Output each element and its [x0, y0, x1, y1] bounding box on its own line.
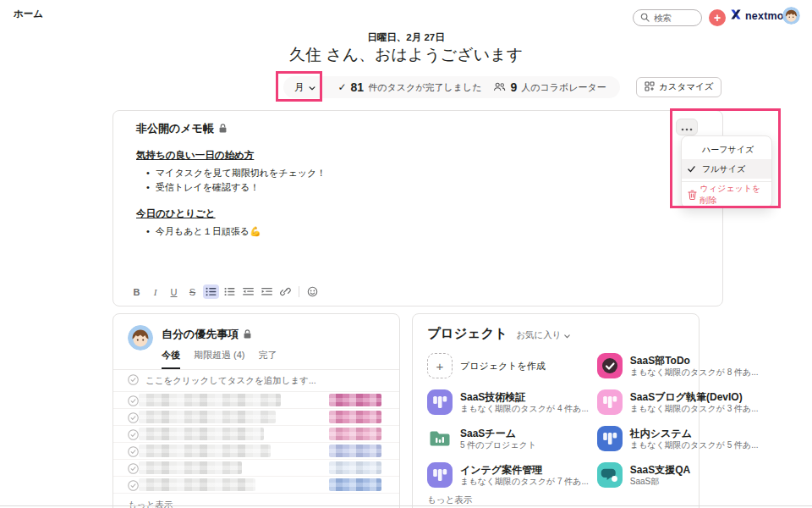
- projects-filter-dropdown[interactable]: お気に入り: [516, 329, 570, 341]
- project-desc: まもなく期限のタスクが 8 件あ...: [630, 367, 759, 378]
- priorities-tabs: 今後期限超過 (4)完了: [162, 349, 277, 369]
- project-texts: SaaS支援QASaaS部: [630, 464, 690, 487]
- create-button[interactable]: +: [709, 9, 726, 26]
- period-dropdown[interactable]: 月: [283, 76, 326, 98]
- project-board-icon: [597, 389, 623, 415]
- underline-icon[interactable]: U: [166, 284, 182, 299]
- note-bullet-item: マイタスクを見て期限切れをチェック！: [146, 166, 699, 180]
- search-icon: [640, 10, 650, 25]
- widget-options-button[interactable]: [676, 119, 698, 135]
- note-bullet-item: 今月もあと１日頑張る💪: [146, 224, 699, 239]
- plus-icon: +: [427, 353, 453, 378]
- blurred-task-name: [139, 461, 242, 474]
- blurred-task-tag: [329, 394, 381, 406]
- blurred-task-row[interactable]: [113, 392, 399, 409]
- projects-title: プロジェクト: [427, 325, 508, 343]
- menu-item-delete-widget[interactable]: ウィジェットを削除: [682, 185, 771, 204]
- project-name: 社内システム: [630, 428, 759, 439]
- avatar: [128, 325, 153, 351]
- note-bullet-text: 今月もあと１日頑張る💪: [156, 224, 261, 239]
- top-bar: ホーム + nextmode: [0, 0, 812, 29]
- create-project-button[interactable]: + プロジェクトを作成: [427, 353, 589, 378]
- note-bullet-item: 受信トレイを確認する！: [146, 180, 699, 195]
- project-item[interactable]: SaaSチーム5 件のプロジェクト: [427, 426, 589, 451]
- tab-completed[interactable]: 完了: [259, 349, 277, 369]
- project-texts: SaaS技術検証まもなく期限のタスクが 4 件あ...: [460, 391, 589, 414]
- blurred-task-name: [139, 411, 276, 423]
- bulleted-list-icon[interactable]: [203, 284, 219, 299]
- greeting-title: 久住 さん、おはようございます: [0, 44, 812, 66]
- add-task-placeholder: ここをクリックしてタスクを追加します...: [145, 375, 316, 387]
- circle-check-icon[interactable]: [128, 395, 139, 410]
- add-task-row[interactable]: ここをクリックしてタスクを追加します...: [113, 370, 399, 392]
- note-heading: 今日のひとりごと: [136, 207, 699, 220]
- trash-icon: [688, 190, 700, 200]
- blurred-task-row[interactable]: [113, 443, 399, 460]
- blurred-task-row[interactable]: [113, 409, 399, 426]
- viewport-bottom-edge: [0, 505, 812, 506]
- strikethrough-icon[interactable]: S: [184, 284, 200, 299]
- private-notepad-widget: 非公開のメモ帳 気持ちの良い一日の始め方マイタスクを見て期限切れをチェック！受信…: [112, 110, 723, 306]
- menu-item-label: フルサイズ: [702, 163, 745, 175]
- project-texts: インテグ案件管理まもなく期限のタスクが 7 件あ...: [460, 464, 589, 487]
- project-item[interactable]: SaaS支援QASaaS部: [597, 462, 759, 488]
- blurred-task-name: [139, 478, 255, 491]
- blurred-task-name: [139, 428, 264, 440]
- project-folder-icon: [427, 426, 453, 451]
- project-item[interactable]: SaaS技術検証まもなく期限のタスクが 4 件あ...: [427, 389, 589, 415]
- emoji-icon[interactable]: [304, 284, 321, 299]
- menu-item-full-size[interactable]: フルサイズ: [682, 159, 771, 179]
- check-icon: [688, 166, 702, 173]
- project-name: SaaSブログ執筆(DevIO): [630, 391, 759, 403]
- projects-show-more[interactable]: もっと表示: [427, 494, 472, 506]
- outdent-icon[interactable]: [240, 284, 256, 299]
- project-name: SaaS支援QA: [630, 464, 690, 476]
- my-priorities-widget: 自分の優先事項 今後期限超過 (4)完了 ここをクリックしてタスクを追加します.…: [112, 313, 400, 508]
- circle-check-icon[interactable]: [128, 479, 139, 494]
- project-item[interactable]: インテグ案件管理まもなく期限のタスクが 7 件あ...: [427, 462, 589, 488]
- blurred-task-tag: [329, 411, 381, 423]
- blurred-task-tag: [329, 478, 381, 491]
- home-page: ホーム + nextmode 日曜日、2月 27日 久住 さん、おはようございま…: [0, 0, 812, 508]
- circle-check-icon[interactable]: [128, 411, 139, 427]
- project-name: SaaSチーム: [460, 428, 536, 439]
- indent-icon[interactable]: [259, 284, 275, 299]
- project-desc: 5 件のプロジェクト: [460, 439, 536, 450]
- circle-check-icon[interactable]: [128, 462, 139, 478]
- bold-icon[interactable]: B: [129, 284, 145, 299]
- numbered-list-icon[interactable]: [222, 284, 238, 299]
- tab-upcoming[interactable]: 今後: [162, 349, 180, 369]
- tab-overdue[interactable]: 期限超過 (4): [194, 349, 245, 369]
- blurred-task-row[interactable]: [113, 426, 399, 443]
- project-desc: まもなく期限のタスクが 7 件あ...: [460, 476, 589, 487]
- project-desc: SaaS部: [630, 476, 690, 487]
- project-texts: 社内システムまもなく期限のタスクが 5 件あ...: [630, 428, 759, 450]
- circle-check-icon[interactable]: [128, 445, 139, 461]
- project-chat-icon: [597, 462, 623, 488]
- user-avatar[interactable]: [782, 7, 800, 25]
- tasks-completed-count: 81: [351, 80, 365, 94]
- blurred-task-row[interactable]: [113, 460, 399, 477]
- create-project-label: プロジェクトを作成: [460, 360, 546, 373]
- blurred-task-row[interactable]: [113, 477, 399, 494]
- italic-icon[interactable]: I: [147, 284, 163, 299]
- link-icon[interactable]: [277, 284, 294, 299]
- plus-icon: +: [714, 12, 721, 24]
- project-desc: まもなく期限のタスクが 5 件あ...: [630, 439, 759, 450]
- project-item[interactable]: SaaS部ToDoまもなく期限のタスクが 8 件あ...: [597, 353, 759, 378]
- collaborators-count: 9: [510, 80, 517, 94]
- customize-button[interactable]: カスタマイズ: [636, 77, 721, 97]
- menu-item-half-size[interactable]: ハーフサイズ: [682, 140, 771, 159]
- project-item[interactable]: SaaSブログ執筆(DevIO)まもなく期限のタスクが 3 件あ...: [597, 389, 759, 415]
- circle-check-icon[interactable]: [128, 428, 139, 444]
- search-box[interactable]: [633, 9, 702, 26]
- project-board-icon: [597, 426, 623, 451]
- projects-grid: + プロジェクトを作成 SaaS部ToDoまもなく期限のタスクが 8 件あ...…: [427, 353, 688, 488]
- search-input[interactable]: [654, 13, 696, 23]
- project-item[interactable]: 社内システムまもなく期限のタスクが 5 件あ...: [597, 426, 759, 451]
- project-texts: SaaS部ToDoまもなく期限のタスクが 8 件あ...: [630, 355, 759, 378]
- notepad-content[interactable]: 気持ちの良い一日の始め方マイタスクを見て期限切れをチェック！受信トレイを確認する…: [113, 136, 722, 239]
- project-name: SaaS技術検証: [460, 391, 589, 403]
- people-icon: [493, 80, 506, 95]
- circle-check-icon: [128, 374, 139, 387]
